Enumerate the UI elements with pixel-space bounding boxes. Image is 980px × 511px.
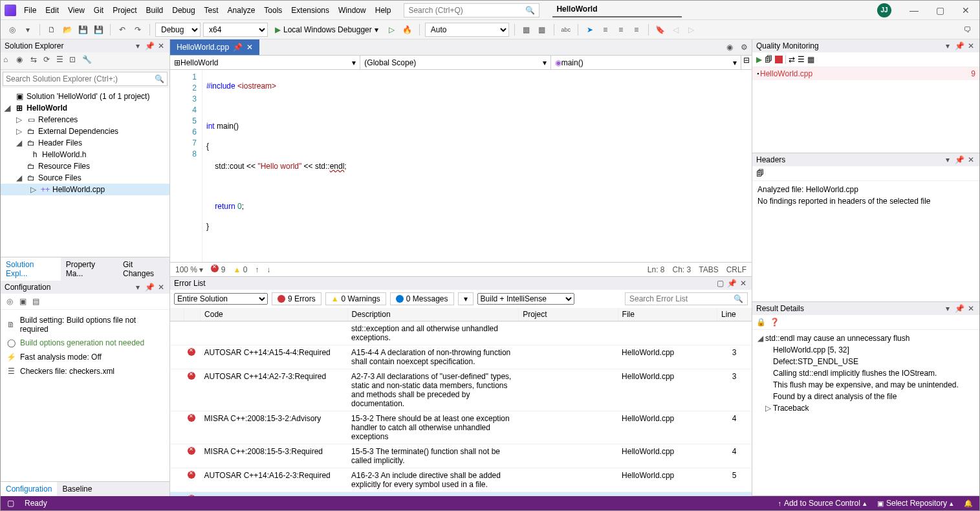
chevron-down-icon[interactable]: ▾ <box>133 283 142 292</box>
zoom-dropdown[interactable]: 100 % ▾ <box>175 265 203 274</box>
pin-icon[interactable]: 📌 <box>955 41 964 50</box>
solution-search[interactable]: 🔍 <box>3 72 168 86</box>
add-source-control[interactable]: ↑ Add to Source Control ▴ <box>778 499 867 508</box>
tree-source-files[interactable]: ◢🗀Source Files <box>1 172 169 184</box>
error-source-dropdown[interactable]: Build + IntelliSense <box>477 293 574 305</box>
file-config-icon[interactable]: ▤ <box>30 296 41 307</box>
help-icon[interactable]: ❓ <box>770 318 779 327</box>
tree-solution-root[interactable]: ▣Solution 'HelloWorld' (1 of 1 project) <box>1 91 169 102</box>
menu-test[interactable]: Test <box>204 6 219 15</box>
tree-project[interactable]: ◢⊞HelloWorld <box>1 102 169 114</box>
error-scope-dropdown[interactable]: Entire Solution <box>174 293 268 305</box>
maximize-button[interactable]: ▢ <box>930 5 950 16</box>
config-dropdown[interactable]: Debug <box>155 23 201 37</box>
tab-git-changes[interactable]: Git Changes <box>118 257 169 281</box>
bm-prev-icon[interactable]: ◁ <box>670 23 682 36</box>
tab-configuration[interactable]: Configuration <box>1 482 57 496</box>
avatar[interactable]: JJ <box>877 3 891 17</box>
pin-icon[interactable]: 📌 <box>233 43 243 52</box>
gear-icon[interactable]: ⚙ <box>737 39 752 55</box>
table-row[interactable]: AUTOSAR C++14:A15-4-4:RequiredA15-4-4 A … <box>170 345 752 369</box>
filter-icon[interactable]: ☰ <box>56 55 68 67</box>
menu-window[interactable]: Window <box>338 6 366 15</box>
result-traceback[interactable]: ▷Traceback <box>752 402 979 414</box>
error-search-input[interactable] <box>629 294 734 303</box>
save-icon[interactable]: 💾 <box>76 23 89 36</box>
tree-external-deps[interactable]: ▷🗀External Dependencies <box>1 125 169 137</box>
error-search[interactable]: 🔍 <box>625 292 748 305</box>
tree-header-files[interactable]: ◢🗀Header Files <box>1 137 169 149</box>
tab-property-manager[interactable]: Property Ma... <box>61 257 118 281</box>
nav-fwd-icon[interactable]: ▾ <box>21 23 34 36</box>
errors-filter[interactable]: 9 Errors <box>272 292 321 305</box>
list-icon[interactable]: ▦ <box>807 55 814 64</box>
result-root[interactable]: ◢std::endl may cause an unnecessary flus… <box>752 332 979 344</box>
tree-header-h[interactable]: hHelloWorld.h <box>1 149 169 160</box>
global-icon[interactable]: ◎ <box>5 296 15 307</box>
notifications-icon[interactable]: 🔔 <box>964 499 973 508</box>
close-icon[interactable]: ✕ <box>966 155 975 164</box>
menu-edit[interactable]: Edit <box>45 6 59 15</box>
copy-icon[interactable]: 🗐 <box>756 169 764 178</box>
layout-icon[interactable]: ▦ <box>520 23 533 36</box>
menu-analyze[interactable]: Analyze <box>228 6 256 15</box>
close-icon[interactable]: ✕ <box>966 304 975 313</box>
menu-tools[interactable]: Tools <box>264 6 282 15</box>
tab-solution-explorer[interactable]: Solution Expl... <box>1 257 61 281</box>
tree-source-cpp[interactable]: ▷++HelloWorld.cpp <box>1 184 169 195</box>
split-icon[interactable]: ⊟ <box>741 56 752 69</box>
result-location[interactable]: HelloWorld.cpp [5, 32] <box>752 344 979 356</box>
properties-icon[interactable]: 🔧 <box>82 55 94 67</box>
table-row[interactable]: AUTOSAR C++14:A16-2-3:RequiredA16-2-3 An… <box>170 468 752 492</box>
solution-search-input[interactable] <box>6 74 155 83</box>
code-content[interactable]: #include <iostream> int main() { std::co… <box>202 70 752 262</box>
pin-icon[interactable]: 📌 <box>955 155 964 164</box>
error-table[interactable]: Code Description Project File Line std::… <box>170 308 752 496</box>
error-count[interactable]: 9 <box>211 265 225 274</box>
menu-project[interactable]: Project <box>113 6 136 15</box>
code-editor[interactable]: 12345678 #include <iostream> int main() … <box>170 70 752 262</box>
nav-down-icon[interactable]: ↓ <box>267 265 270 274</box>
global-search-input[interactable] <box>408 6 525 15</box>
project-selector[interactable]: HelloWorld <box>552 3 682 17</box>
switch-view-icon[interactable]: ◉ <box>16 55 28 67</box>
feedback-icon[interactable]: 🗨 <box>961 23 974 36</box>
pref-icon[interactable]: ⇄ <box>789 55 795 64</box>
close-icon[interactable]: ✕ <box>966 41 975 50</box>
platform-dropdown[interactable]: x64 <box>203 23 268 37</box>
bm-next-icon[interactable]: ▷ <box>685 23 698 36</box>
messages-filter[interactable]: 0 Messages <box>390 292 454 305</box>
tree-references[interactable]: ▷▭References <box>1 114 169 125</box>
indent-mode[interactable]: TABS <box>699 265 718 274</box>
table-row[interactable]: std::exception and all otherwise unhandl… <box>170 321 752 345</box>
sync-icon[interactable]: ⇆ <box>30 55 42 67</box>
lock-icon[interactable]: 🔒 <box>756 318 766 327</box>
close-icon[interactable]: ✕ <box>157 41 166 50</box>
auto-dropdown[interactable]: Auto <box>425 23 509 37</box>
filter-icon[interactable]: ☰ <box>798 55 805 64</box>
stop-icon[interactable] <box>775 56 783 63</box>
warning-count[interactable]: ▲ 0 <box>233 265 247 274</box>
abc-icon[interactable]: abc <box>560 23 572 36</box>
undo-icon[interactable]: ↶ <box>116 23 129 36</box>
pin-icon[interactable]: 📌 <box>955 304 964 313</box>
table-row[interactable]: MISRA C++:2008:15-3-2:Advisory15-3-2 The… <box>170 411 752 444</box>
table-row[interactable]: AUTOSAR C++14:A2-7-3:RequiredA2-7-3 All … <box>170 369 752 411</box>
qm-file-row[interactable]: 🞍 HelloWorld.cpp 9 <box>752 67 979 80</box>
outdent-icon[interactable]: ≡ <box>615 23 627 36</box>
warnings-filter[interactable]: ▲0 Warnings <box>325 292 386 305</box>
fire-icon[interactable]: 🔥 <box>401 23 414 36</box>
tab-baseline[interactable]: Baseline <box>57 482 97 496</box>
window-icon[interactable]: ▢ <box>715 279 724 288</box>
pin-icon[interactable]: 📌 <box>727 279 736 288</box>
start-without-debug-icon[interactable]: ▷ <box>386 23 398 36</box>
menu-help[interactable]: Help <box>375 6 391 15</box>
new-project-icon[interactable]: 🗋 <box>45 23 58 36</box>
nav-func[interactable]: ◉ main()▾ <box>551 56 741 69</box>
home-icon[interactable]: ⌂ <box>3 55 15 67</box>
nav-up-icon[interactable]: ↑ <box>255 265 259 274</box>
project-config-icon[interactable]: ▣ <box>17 296 28 307</box>
indent-icon[interactable]: ≡ <box>599 23 612 36</box>
filter-button[interactable]: ▾ <box>458 292 474 305</box>
open-document-icon[interactable]: ◉ <box>723 39 737 55</box>
